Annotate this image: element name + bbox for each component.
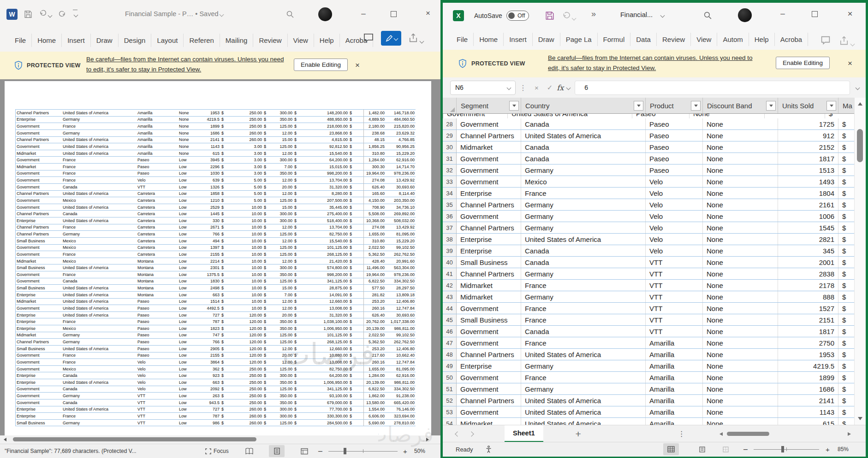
search-icon[interactable]	[286, 10, 294, 18]
word-page[interactable]: Channel Partners United States of Americ…	[5, 81, 431, 435]
cell-units-sold[interactable]: 1143	[778, 406, 838, 417]
avatar[interactable]	[318, 7, 332, 21]
hscroll-right-icon[interactable]	[848, 432, 851, 436]
menu-tab[interactable]: Review	[253, 34, 287, 47]
cell-product[interactable]: Amarilla	[646, 372, 703, 383]
avatar[interactable]	[738, 8, 752, 22]
scrollbar-thumb[interactable]	[13, 437, 256, 441]
cell-segment[interactable]: Enterprise	[457, 188, 521, 199]
row-number[interactable]: 40	[443, 257, 457, 268]
cell-units-sold[interactable]: 1513	[778, 164, 838, 176]
enable-editing-button[interactable]: Enable Editing	[776, 57, 830, 69]
cell-product[interactable]: Amarilla	[646, 406, 703, 417]
cell-product[interactable]: Amarilla	[646, 337, 703, 348]
scroll-down-icon[interactable]	[858, 417, 862, 420]
row-number[interactable]: 32	[443, 164, 457, 176]
row-number[interactable]: 31	[443, 153, 457, 164]
cell-product[interactable]: Velo	[646, 245, 703, 256]
cell-discount-band[interactable]: None	[703, 337, 778, 348]
cell-segment[interactable]: Midmarket	[457, 141, 521, 153]
hscroll-left-icon[interactable]	[719, 432, 723, 436]
cell-discount-band[interactable]: None	[703, 268, 778, 279]
cell-country[interactable]: Germany	[521, 360, 646, 371]
cell-units-sold[interactable]: 2161	[778, 199, 838, 210]
cell-country[interactable]: Canada	[521, 118, 646, 129]
cell-discount-band[interactable]: None	[703, 326, 778, 337]
cell-discount-band[interactable]: None	[703, 280, 778, 291]
scroll-up-icon[interactable]	[858, 102, 862, 106]
row-number[interactable]: 49	[443, 360, 457, 371]
column-header-discount-band[interactable]: Discount Band	[703, 98, 778, 113]
cell-segment[interactable]: Channel Partners	[457, 395, 521, 406]
cell-country[interactable]: France	[521, 337, 646, 348]
protected-view-message[interactable]: Be careful—files from the Internet can c…	[86, 54, 285, 74]
cell-discount-band[interactable]: None	[703, 130, 778, 141]
dismiss-banner-icon[interactable]: ×	[355, 61, 360, 70]
minimize-button[interactable]: –	[776, 9, 790, 18]
cell-units-sold[interactable]: 1817	[778, 153, 838, 164]
cell-segment[interactable]: Midmarket	[457, 280, 521, 291]
name-box[interactable]: N6	[450, 81, 516, 95]
row-number[interactable]: 45	[443, 314, 457, 325]
cell-segment[interactable]: Channel Partners	[457, 222, 521, 233]
cell-country[interactable]: France	[521, 188, 646, 199]
cell-product[interactable]: Amarilla	[646, 360, 703, 371]
cell-product[interactable]: Velo	[646, 188, 703, 199]
cell-country[interactable]: France	[521, 372, 646, 383]
menu-tab[interactable]: Draw	[533, 33, 560, 46]
cell-segment[interactable]: Enterprise	[457, 234, 521, 245]
cell-units-sold[interactable]: 2178	[778, 280, 838, 291]
customize-quick-access-icon[interactable]	[73, 10, 77, 19]
cell-segment[interactable]: Channel Partners	[457, 268, 521, 279]
cell-segment[interactable]: Government	[457, 326, 521, 337]
page-break-preview-icon[interactable]	[718, 443, 733, 455]
cell-product[interactable]: Paseo	[646, 130, 703, 141]
row-number[interactable]: 39	[443, 245, 457, 256]
cell-country[interactable]: Germany	[521, 383, 646, 394]
cell-country[interactable]: United States of America	[521, 234, 646, 245]
cell-discount-band[interactable]: None	[703, 176, 778, 187]
row-number[interactable]: 33	[443, 176, 457, 187]
cell-units-sold[interactable]: 1953	[778, 349, 838, 360]
cell-product[interactable]: Paseo	[646, 141, 703, 153]
cell-country[interactable]: Canada	[521, 245, 646, 256]
cell-segment[interactable]: Channel Partners	[457, 349, 521, 360]
cell-product[interactable]: VTT	[646, 291, 703, 302]
sheet-tab-active[interactable]: Sheet1	[505, 425, 543, 442]
cell-discount-band[interactable]: None	[703, 383, 778, 394]
cell-segment[interactable]: Government	[457, 383, 521, 394]
cell-units-sold[interactable]: 1899	[778, 372, 838, 383]
undo-button[interactable]	[39, 9, 52, 19]
cell-discount-band[interactable]: None	[703, 418, 778, 425]
menu-tab[interactable]: Help	[314, 34, 340, 47]
cell-discount-band[interactable]: None	[703, 234, 778, 245]
cell-country[interactable]: United States of America	[521, 418, 646, 425]
zoom-out-button[interactable]: –	[743, 442, 748, 456]
search-icon[interactable]	[703, 11, 712, 20]
cell-units-sold[interactable]: 912	[778, 130, 838, 141]
cell-product[interactable]: Amarilla	[646, 395, 703, 406]
cell-segment[interactable]: Channel Partners	[457, 199, 521, 210]
cell-segment[interactable]: Enterprise	[457, 245, 521, 256]
row-number[interactable]: 38	[443, 234, 457, 245]
menu-tab[interactable]: Home	[32, 34, 62, 47]
ink-pen-button[interactable]	[381, 31, 401, 46]
cell-segment[interactable]: Midmarket	[457, 291, 521, 302]
row-number[interactable]: 42	[443, 280, 457, 291]
menu-tab[interactable]: File	[451, 33, 474, 46]
cell-country[interactable]: Germany	[521, 222, 646, 233]
cell-product[interactable]: VTT	[646, 326, 703, 337]
menu-tab[interactable]: View	[288, 34, 314, 47]
row-number[interactable]: 44	[443, 303, 457, 314]
menu-tab[interactable]: Help	[749, 33, 775, 46]
cell-units-sold[interactable]: 345	[778, 245, 838, 256]
cell-product[interactable]: VTT	[646, 280, 703, 291]
autosave-toggle[interactable]: Off	[506, 11, 529, 21]
filter-icon[interactable]	[766, 101, 776, 111]
row-number[interactable]: 52	[443, 395, 457, 406]
menu-tab[interactable]: File	[9, 34, 32, 47]
cell-country[interactable]: United States of America	[521, 349, 646, 360]
cell-units-sold[interactable]: 1817	[778, 326, 838, 337]
cell-discount-band[interactable]: None	[703, 314, 778, 325]
cell-country[interactable]: Germany	[521, 199, 646, 210]
